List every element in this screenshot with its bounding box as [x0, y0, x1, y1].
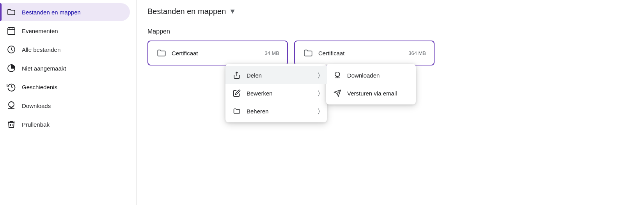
- folder-card-2[interactable]: Certificaat 364 MB: [294, 41, 435, 65]
- submenu-item-versturen-via-email[interactable]: Versturen via email: [326, 84, 416, 102]
- context-menu-item-bewerken[interactable]: Bewerken 〉: [225, 84, 327, 102]
- sidebar-item-downloads-label: Downloads: [22, 102, 51, 109]
- context-menu-wrapper: Delen 〉 Bewerken 〉: [225, 64, 416, 122]
- submenu-item-versturen-via-email-label: Versturen via email: [347, 90, 397, 97]
- sidebar-item-alle-bestanden-label: Alle bestanden: [22, 46, 60, 53]
- context-submenu: Downloaden Versturen via email: [326, 64, 416, 104]
- context-menu-item-delen[interactable]: Delen 〉: [225, 66, 327, 84]
- svg-rect-8: [9, 122, 14, 123]
- main-content: Bestanden en mappen ▼ Mappen Certificaat…: [137, 0, 644, 205]
- folder-icon: [6, 7, 16, 17]
- sidebar-item-niet-aangemaakt-label: Niet aangemaakt: [22, 65, 66, 72]
- clock-icon: [6, 44, 16, 55]
- context-menu-item-bewerken-label: Bewerken: [247, 90, 312, 97]
- context-menu-item-delen-label: Delen: [247, 72, 312, 79]
- sidebar-item-downloads[interactable]: Downloads: [0, 97, 130, 115]
- folder-name-2: Certificaat: [318, 50, 404, 57]
- submenu-item-downloaden-label: Downloaden: [347, 72, 380, 79]
- svg-rect-0: [8, 28, 15, 35]
- section-title: Mappen: [147, 28, 633, 35]
- manage-icon: [232, 107, 241, 115]
- sidebar-item-bestanden-en-mappen-label: Bestanden en mappen: [22, 9, 81, 16]
- sidebar-item-geschiedenis[interactable]: Geschiedenis: [0, 78, 130, 96]
- folders-row: Certificaat 34 MB Certificaat 364 MB: [147, 41, 633, 65]
- context-menu-item-beheren[interactable]: Beheren 〉: [225, 102, 327, 120]
- chevron-right-icon-bewerken: 〉: [318, 90, 320, 97]
- folder-card-icon-1: [156, 48, 167, 58]
- page-title: Bestanden en mappen: [147, 7, 226, 16]
- sidebar-item-niet-aangemaakt[interactable]: Niet aangemaakt: [0, 59, 130, 77]
- calendar-icon: [6, 26, 16, 36]
- sidebar-item-alle-bestanden[interactable]: Alle bestanden: [0, 41, 130, 58]
- sidebar-item-prullenbak[interactable]: Prullenbak: [0, 115, 130, 133]
- folder-size-1: 34 MB: [264, 50, 279, 56]
- pie-icon: [6, 63, 16, 73]
- context-menu-primary: Delen 〉 Bewerken 〉: [225, 64, 327, 122]
- email-icon: [333, 89, 342, 97]
- context-menu-item-beheren-label: Beheren: [247, 108, 312, 115]
- folder-name-1: Certificaat: [172, 50, 260, 57]
- chevron-right-icon-beheren: 〉: [318, 108, 320, 115]
- download-icon: [6, 101, 16, 111]
- share-icon: [232, 71, 241, 80]
- folder-size-2: 364 MB: [408, 50, 426, 56]
- folder-card-icon-2: [303, 48, 314, 58]
- folder-card-1[interactable]: Certificaat 34 MB: [147, 41, 288, 65]
- trash-icon: [6, 119, 16, 129]
- main-header: Bestanden en mappen ▼: [137, 0, 644, 20]
- chevron-right-icon-delen: 〉: [318, 72, 320, 79]
- sidebar-item-bestanden-en-mappen[interactable]: Bestanden en mappen: [0, 3, 130, 21]
- sidebar-item-evenementen[interactable]: Evenementen: [0, 22, 130, 40]
- sidebar: Bestanden en mappen Evenementen Alle bes…: [0, 0, 137, 205]
- submenu-item-downloaden[interactable]: Downloaden: [326, 66, 416, 84]
- sidebar-item-evenementen-label: Evenementen: [22, 28, 58, 34]
- sidebar-item-prullenbak-label: Prullenbak: [22, 121, 50, 128]
- history-icon: [6, 82, 16, 92]
- chevron-down-icon[interactable]: ▼: [229, 7, 236, 16]
- sidebar-item-geschiedenis-label: Geschiedenis: [22, 84, 57, 90]
- main-body: Mappen Certificaat 34 MB Cer: [137, 20, 644, 205]
- edit-icon: [232, 89, 241, 97]
- download-sub-icon: [333, 71, 342, 80]
